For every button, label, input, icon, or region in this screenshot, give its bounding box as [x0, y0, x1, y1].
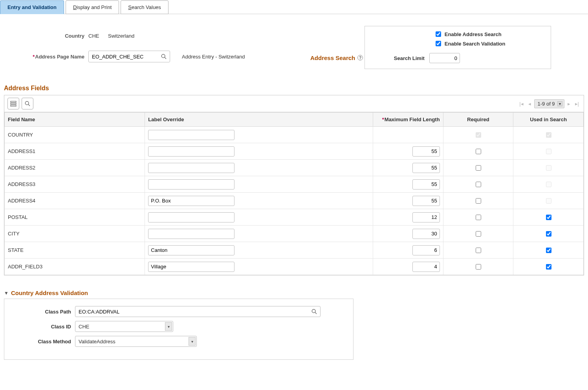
- required-checkbox[interactable]: [476, 149, 481, 154]
- country-name: Switzerland: [108, 33, 134, 39]
- col-max-length[interactable]: *Maximum Field Length: [373, 113, 443, 127]
- chevron-down-icon: ▾: [165, 322, 172, 331]
- col-field-name[interactable]: Field Name: [5, 113, 145, 127]
- required-checkbox[interactable]: [476, 165, 481, 171]
- address-search-group: Enable Address Search Enable Search Vali…: [365, 26, 551, 69]
- grid-nav-first-icon: |◂: [518, 101, 525, 107]
- table-row: POSTAL: [5, 209, 584, 226]
- used-in-search-checkbox[interactable]: [546, 264, 551, 270]
- cell-field-name: STATE: [5, 242, 145, 259]
- table-row: ADDR_FIELD3: [5, 259, 584, 275]
- svg-point-7: [312, 309, 315, 313]
- table-row: ADDRESS4: [5, 193, 584, 209]
- svg-line-1: [165, 57, 166, 59]
- svg-point-5: [25, 101, 29, 105]
- label-override-input[interactable]: [148, 212, 234, 222]
- cell-field-name: ADDRESS3: [5, 176, 145, 193]
- address-search-title: Address Search ?: [310, 55, 363, 61]
- page-name-input[interactable]: [91, 53, 160, 60]
- max-length-input[interactable]: [412, 229, 440, 239]
- class-path-input[interactable]: [78, 308, 311, 315]
- table-row: ADDRESS3: [5, 176, 584, 193]
- label-override-input[interactable]: [148, 146, 234, 157]
- required-checkbox[interactable]: [476, 215, 481, 220]
- table-row: ADDRESS2: [5, 160, 584, 176]
- col-required[interactable]: Required: [443, 113, 513, 127]
- used-in-search-checkbox[interactable]: [546, 215, 551, 220]
- required-checkbox[interactable]: [476, 198, 481, 204]
- class-id-label: Class ID: [12, 324, 75, 330]
- collapse-triangle-icon: ▼: [4, 290, 9, 296]
- address-fields-grid: |◂ ◂ 1-9 of 9 ▾ ▸ ▸| Field Name Label Ov…: [4, 95, 584, 275]
- cell-field-name: POSTAL: [5, 209, 145, 226]
- grid-page-indicator[interactable]: 1-9 of 9 ▾: [534, 99, 564, 108]
- label-override-input[interactable]: [148, 130, 234, 140]
- max-length-input[interactable]: [412, 179, 440, 190]
- enable-search-validation-label: Enable Search Validation: [445, 41, 506, 47]
- required-checkbox[interactable]: [476, 231, 481, 237]
- col-used-in-search[interactable]: Used in Search: [513, 113, 584, 127]
- cell-field-name: ADDRESS4: [5, 193, 145, 209]
- class-method-select[interactable]: ValidateAddress ▾: [75, 336, 197, 347]
- max-length-input[interactable]: [412, 146, 440, 157]
- chevron-down-icon: ▾: [189, 337, 196, 346]
- used-in-search-checkbox[interactable]: [546, 248, 551, 253]
- search-limit-label: Search Limit: [371, 55, 429, 61]
- label-override-input[interactable]: [148, 179, 234, 190]
- country-code: CHE: [88, 33, 108, 39]
- country-label: Country: [4, 33, 88, 39]
- max-length-input[interactable]: [412, 196, 440, 206]
- max-length-input[interactable]: [412, 262, 440, 272]
- grid-personalize-button[interactable]: [7, 98, 19, 109]
- cell-field-name: ADDR_FIELD3: [5, 259, 145, 275]
- svg-point-0: [161, 54, 165, 58]
- label-override-input[interactable]: [148, 229, 234, 239]
- cell-field-name: ADDRESS2: [5, 160, 145, 176]
- required-checkbox[interactable]: [476, 248, 481, 253]
- table-row: STATE: [5, 242, 584, 259]
- table-row: CITY: [5, 226, 584, 242]
- grid-find-button[interactable]: [22, 98, 33, 109]
- label-override-input[interactable]: [148, 163, 234, 173]
- label-override-input[interactable]: [148, 245, 234, 255]
- required-checkbox[interactable]: [476, 182, 481, 187]
- class-path-field[interactable]: [75, 306, 321, 317]
- cell-field-name: ADDRESS1: [5, 143, 145, 160]
- cell-field-name: CITY: [5, 226, 145, 242]
- used-in-search-checkbox: [546, 198, 551, 204]
- label-override-input[interactable]: [148, 262, 234, 272]
- tab-entry-validation[interactable]: Entry and Validation: [0, 0, 64, 14]
- enable-search-validation-checkbox[interactable]: [436, 41, 441, 46]
- col-label-override[interactable]: Label Override: [145, 113, 373, 127]
- tab-display-print[interactable]: Display and Print: [66, 0, 119, 14]
- used-in-search-checkbox: [546, 149, 551, 154]
- required-checkbox[interactable]: [476, 264, 481, 270]
- svg-rect-4: [11, 105, 16, 106]
- used-in-search-checkbox: [546, 132, 551, 138]
- cell-field-name: COUNTRY: [5, 127, 145, 143]
- table-row: COUNTRY: [5, 127, 584, 143]
- required-checkbox: [476, 132, 481, 138]
- search-limit-input[interactable]: [429, 53, 460, 63]
- page-name-lookup-icon[interactable]: [160, 54, 167, 59]
- label-override-input[interactable]: [148, 196, 234, 206]
- class-method-label: Class Method: [12, 339, 75, 344]
- enable-address-search-checkbox[interactable]: [436, 31, 441, 37]
- address-search-help-icon[interactable]: ?: [357, 55, 363, 60]
- max-length-input[interactable]: [412, 245, 440, 255]
- page-name-label: *Address Page Name: [4, 54, 88, 60]
- tab-search-values[interactable]: Search Values: [121, 0, 169, 14]
- page-name-description: Address Entry - Switzerland: [182, 54, 245, 60]
- page-name-field[interactable]: [88, 51, 170, 62]
- used-in-search-checkbox[interactable]: [546, 231, 551, 237]
- class-id-select[interactable]: CHE ▾: [75, 321, 173, 332]
- max-length-input[interactable]: [412, 212, 440, 222]
- grid-nav-last-icon: ▸|: [573, 101, 581, 107]
- max-length-input[interactable]: [412, 163, 440, 173]
- country-validation-header[interactable]: ▼ Country Address Validation: [4, 290, 584, 296]
- grid-nav-prev-icon: ◂: [527, 101, 533, 107]
- svg-rect-3: [11, 103, 16, 104]
- tab-bar: Entry and Validation Display and Print S…: [0, 0, 588, 14]
- svg-line-8: [315, 312, 317, 314]
- class-path-lookup-icon[interactable]: [311, 309, 318, 314]
